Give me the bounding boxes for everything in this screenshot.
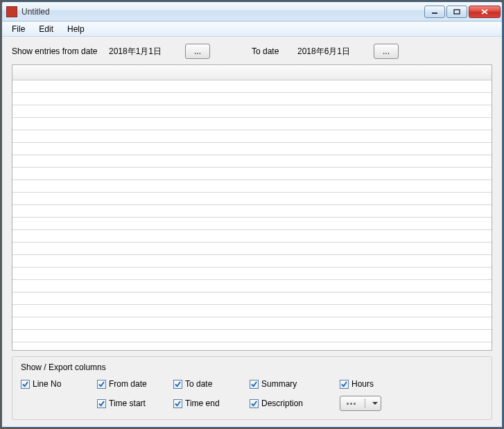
close-button[interactable] — [469, 6, 501, 18]
maximize-button[interactable] — [446, 6, 467, 18]
app-window: Untitled File Edit Help Show entries fro… — [1, 1, 503, 428]
grid-header — [12, 65, 492, 80]
checkbox-from-date[interactable]: From date — [97, 379, 173, 389]
menu-file[interactable]: File — [5, 23, 32, 35]
checkbox-line-no[interactable]: Line No — [21, 379, 97, 389]
maximize-icon — [453, 9, 460, 15]
check-icon — [250, 380, 259, 389]
client-area: Show entries from date 2018年1月1日 ... To … — [2, 37, 502, 427]
checkbox-time-start[interactable]: Time start — [97, 399, 173, 408]
columns-grid: Line No From date To date Summary Hours — [21, 379, 483, 411]
checkbox-label: Time end — [185, 399, 220, 408]
close-icon — [480, 8, 489, 15]
ellipsis-icon: ... — [194, 46, 201, 56]
checkbox-to-date[interactable]: To date — [173, 379, 250, 389]
ellipsis-icon: ... — [383, 46, 390, 56]
check-icon — [173, 380, 182, 389]
checkbox-label: Description — [261, 399, 303, 408]
from-date-label: Show entries from date — [12, 46, 102, 56]
check-icon — [21, 380, 30, 389]
columns-legend: Show / Export columns — [21, 362, 483, 372]
window-controls — [424, 6, 501, 18]
checkbox-hours[interactable]: Hours — [340, 379, 416, 389]
to-date-picker-button[interactable]: ... — [374, 44, 399, 59]
to-date-value: 2018年6月1日 — [297, 46, 367, 58]
minimize-button[interactable] — [424, 6, 445, 18]
to-date-label: To date — [252, 46, 290, 56]
grid-body[interactable] — [12, 80, 492, 350]
check-icon — [250, 399, 259, 408]
svg-rect-1 — [454, 10, 460, 14]
entries-grid[interactable] — [12, 64, 492, 351]
checkbox-description[interactable]: Description — [250, 399, 340, 408]
minimize-icon — [431, 9, 438, 15]
date-filter-row: Show entries from date 2018年1月1日 ... To … — [12, 44, 492, 59]
columns-fieldset: Show / Export columns Line No From date … — [12, 356, 492, 420]
checkbox-label: Hours — [351, 379, 374, 389]
checkbox-label: Line No — [33, 379, 61, 389]
from-date-value: 2018年1月1日 — [109, 46, 178, 58]
check-icon — [173, 399, 182, 408]
checkbox-time-end[interactable]: Time end — [173, 399, 250, 408]
check-icon — [97, 399, 106, 408]
checkbox-label: Time start — [109, 399, 146, 408]
menu-edit[interactable]: Edit — [32, 23, 60, 35]
export-dropdown-button[interactable] — [340, 396, 381, 411]
menubar: File Edit Help — [2, 21, 502, 37]
window-title: Untitled — [21, 7, 424, 17]
menu-help[interactable]: Help — [60, 23, 92, 35]
checkbox-summary[interactable]: Summary — [250, 379, 340, 389]
from-date-picker-button[interactable]: ... — [185, 44, 210, 59]
check-icon — [340, 380, 349, 389]
check-icon — [97, 380, 106, 389]
checkbox-label: To date — [185, 379, 212, 389]
checkbox-label: Summary — [261, 379, 297, 389]
more-icon — [345, 400, 357, 407]
titlebar: Untitled — [2, 2, 502, 21]
app-icon — [6, 6, 17, 17]
chevron-down-icon — [372, 402, 378, 405]
checkbox-label: From date — [109, 379, 147, 389]
